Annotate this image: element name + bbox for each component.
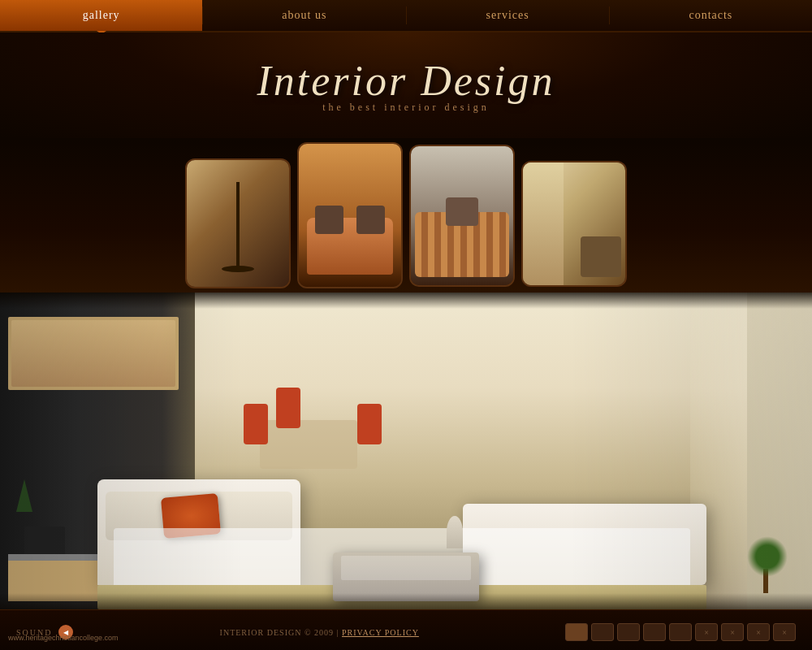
bottom-bar: SOUND INTERIOR DESIGN © 2009 | PRIVACY P… [0,609,812,650]
website-url: www.heritagechristiancollege.com [8,634,119,642]
nav-item-gallery[interactable]: gallery [0,0,202,31]
dining-table [260,420,357,469]
nav-item-contacts[interactable]: contacts [610,0,812,31]
thumbnail-3-image [411,146,513,285]
chair-element [581,236,621,277]
pillow-left [315,206,343,234]
center-pillow [446,197,478,226]
sofa-element [307,218,393,275]
privacy-policy-link[interactable]: PRIVACY POLICY [342,628,419,637]
thumbnail-1-image [187,160,289,287]
thumbnail-4-image [523,162,625,285]
nav-dot-1[interactable] [565,623,588,641]
nav-item-about[interactable]: about us [203,0,405,31]
nav-item-services[interactable]: services [407,0,609,31]
main-image-area [0,292,812,609]
close-button-1[interactable]: × [695,623,718,641]
thumbnail-strip [0,138,812,292]
right-plant [747,528,788,593]
dining-chair-1 [244,404,268,444]
cabinet-top [8,317,179,390]
site-header: Interior Design the best interior design [0,32,812,138]
small-plant [16,479,32,512]
close-button-4[interactable]: × [773,623,796,641]
dining-chair-3 [276,388,300,428]
footer-text: INTERIOR DESIGN © 2009 | PRIVACY POLICY [220,628,419,637]
striped-sofa [415,212,509,277]
thumbnail-4[interactable] [521,161,627,287]
pillow-right [356,206,385,234]
nav-dot-4[interactable] [643,623,666,641]
site-subtitle: the best interior design [322,102,490,114]
coffee-table [333,552,479,601]
thumbnail-1[interactable] [185,158,291,288]
thumbnail-2-image [299,144,401,287]
copyright-text: INTERIOR DESIGN © 2009 | [220,628,339,637]
curtain-element [523,162,564,285]
gallery-nav-dots: × × × × [565,623,796,641]
nav-dot-5[interactable] [669,623,692,641]
close-button-2[interactable]: × [721,623,744,641]
main-nav: gallery about us services contacts [0,0,812,32]
flower-vase [447,516,463,548]
thumbnail-2[interactable] [297,142,403,288]
thumbnail-3[interactable] [409,145,515,287]
site-title: Interior Design [257,57,555,105]
nav-dot-3[interactable] [617,623,640,641]
dining-chair-2 [357,404,382,444]
nav-dot-2[interactable] [591,623,614,641]
close-button-3[interactable]: × [747,623,770,641]
